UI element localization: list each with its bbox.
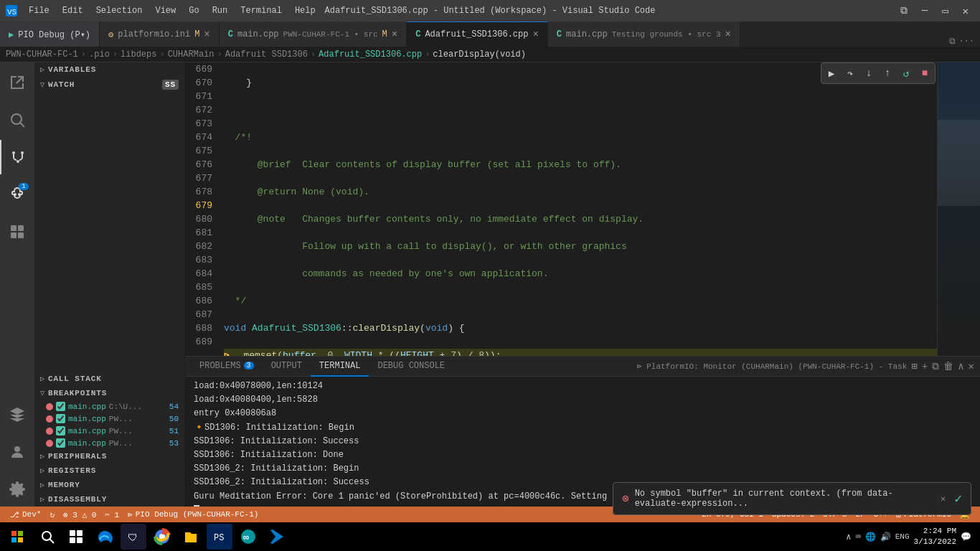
registers-header[interactable]: ▷ REGISTERS — [34, 463, 184, 478]
tab-more-icon[interactable]: ··· — [958, 37, 974, 47]
terminal-split-icon[interactable]: ⧉ — [932, 361, 939, 372]
debug-step-out-btn[interactable]: ↑ — [879, 65, 896, 82]
menu-go[interactable]: Go — [183, 4, 204, 17]
start-button[interactable] — [3, 522, 32, 551]
menu-terminal[interactable]: Terminal — [235, 4, 288, 17]
window-layouts-icon[interactable]: ⧉ — [895, 4, 913, 19]
taskbar-arduino-icon[interactable]: ∞ — [235, 524, 261, 550]
tray-up-icon[interactable]: ∧ — [846, 532, 851, 542]
breadcrumb-item-3[interactable]: libdeps — [121, 50, 156, 60]
terminal-trash-icon[interactable]: 🗑 — [943, 361, 953, 372]
tab-main-test[interactable]: C main.cpp Testing grounds • src 3 × — [548, 22, 740, 47]
debug-stop-btn[interactable]: ■ — [916, 65, 933, 82]
activity-search-icon[interactable] — [0, 103, 34, 137]
debug-step-into-btn[interactable]: ↓ — [860, 65, 877, 82]
taskbar-antivirus-icon[interactable]: 🛡 — [121, 524, 146, 550]
breakpoint-path-1: C:\U... — [109, 402, 142, 411]
panel-tab-debug-console[interactable]: DEBUG CONSOLE — [369, 357, 453, 377]
activity-extensions-icon[interactable] — [0, 215, 34, 249]
breakpoint-check-3[interactable] — [56, 426, 65, 435]
tab-split-icon[interactable]: ⧉ — [949, 37, 956, 47]
breadcrumb-item-2[interactable]: .pio — [89, 50, 110, 60]
breakpoint-check-2[interactable] — [56, 414, 65, 423]
tab-platformio[interactable]: ⚙ platformio.ini M × — [100, 22, 220, 47]
tab-platformio-close-icon[interactable]: × — [204, 29, 209, 40]
status-errors[interactable]: ⊗ 3 △ 0 — [59, 507, 100, 522]
breakpoint-row-3[interactable]: main.cpp PW... 51 — [34, 425, 184, 437]
terminal-chevron-icon[interactable]: ∧ — [958, 360, 963, 372]
status-git[interactable]: ✂ 1 — [100, 507, 123, 522]
disassembly-header[interactable]: ▷ DISASSEMBLY — [34, 492, 184, 507]
breadcrumb-item-6[interactable]: Adafruit_SSD1306.cpp — [319, 50, 422, 60]
breakpoint-row-2[interactable]: main.cpp PW... 50 — [34, 413, 184, 425]
debug-step-over-btn[interactable]: ↷ — [842, 65, 859, 82]
activity-explorer-icon[interactable] — [0, 65, 34, 100]
breadcrumb-item-4[interactable]: CUHARMain — [168, 50, 215, 60]
status-branch[interactable]: ⎇ Dev* — [6, 507, 45, 522]
tray-notification-icon[interactable]: 💬 — [961, 532, 971, 542]
window-minimize-button[interactable]: ─ — [916, 4, 933, 19]
window-maximize-button[interactable]: ▭ — [936, 4, 953, 19]
debug-continue-btn[interactable]: ▶ — [823, 65, 840, 82]
tray-volume-icon[interactable]: 🔊 — [880, 532, 891, 542]
breadcrumb-item-7[interactable]: clearDisplay(void) — [433, 50, 526, 60]
taskbar-files-icon[interactable] — [178, 524, 204, 550]
menu-view[interactable]: View — [149, 4, 182, 17]
taskbar-chrome-icon[interactable] — [149, 524, 175, 550]
breakpoint-check-1[interactable] — [56, 402, 65, 411]
menu-help[interactable]: Help — [289, 4, 321, 17]
terminal-shell-icon[interactable]: ⊞ — [911, 360, 917, 372]
tab-debug[interactable]: ▶ PIO Debug (P▾) — [0, 22, 100, 47]
terminal-add-icon[interactable]: + — [922, 361, 928, 372]
tab-main-test-close-icon[interactable]: × — [725, 29, 730, 40]
status-debug[interactable]: ⊳ PIO Debug (PWN-CUHAR-FC-1) — [123, 507, 263, 522]
panel-tab-terminal[interactable]: TERMINAL — [311, 357, 369, 377]
watch-header[interactable]: ▽ WATCH SS — [34, 77, 184, 93]
debug-restart-btn[interactable]: ↺ — [897, 65, 915, 82]
breakpoint-row-4[interactable]: main.cpp PW... 53 — [34, 437, 184, 449]
taskbar-terminal-icon[interactable]: PS — [207, 524, 232, 550]
memory-header[interactable]: ▷ MEMORY — [34, 478, 184, 492]
tab-adafruit[interactable]: C Adafruit_SSD1306.cpp × — [407, 22, 548, 47]
tray-keyboard-icon[interactable]: ⌨ — [856, 532, 861, 542]
taskbar-search-icon[interactable] — [34, 524, 60, 550]
activity-scm-icon[interactable] — [0, 140, 34, 174]
tab-main-pwn-close-icon[interactable]: × — [392, 29, 397, 40]
variables-header[interactable]: ▷ VARIABLES — [34, 62, 184, 77]
tab-adafruit-close-icon[interactable]: × — [532, 29, 538, 40]
activity-account-icon[interactable] — [0, 435, 34, 469]
activity-platformio-icon[interactable] — [0, 397, 34, 432]
code-editor[interactable]: 669 670 671 672 673 674 675 676 677 678 … — [185, 62, 980, 356]
variables-arrow-icon: ▷ — [40, 65, 45, 74]
taskbar-edge-icon[interactable] — [92, 524, 118, 550]
variables-label: VARIABLES — [48, 65, 96, 74]
menu-file[interactable]: File — [23, 4, 55, 17]
menu-run[interactable]: Run — [207, 4, 234, 17]
tab-main-pwn[interactable]: C main.cpp PWN-CUHAR-FC-1 • src M × — [220, 22, 407, 47]
peripherals-header[interactable]: ▷ PERIPHERALS — [34, 449, 184, 463]
taskbar-clock[interactable]: 2:24 PM 3/13/2022 — [914, 526, 956, 548]
panel-tab-problems[interactable]: PROBLEMS 3 — [191, 357, 263, 377]
window-close-button[interactable]: ✕ — [957, 4, 974, 19]
breadcrumb-item-1[interactable]: PWN-CUHAR-FC-1 — [6, 50, 78, 60]
menu-edit[interactable]: Edit — [57, 4, 89, 17]
activity-settings-icon[interactable] — [0, 472, 34, 507]
breakpoint-row-1[interactable]: main.cpp C:\U... 54 — [34, 400, 184, 413]
tray-network-icon[interactable]: 🌐 — [865, 532, 876, 542]
status-sync[interactable]: ↻ — [45, 507, 59, 522]
breakpoint-check-4[interactable] — [56, 438, 65, 448]
taskbar-vscode2-icon[interactable] — [264, 524, 290, 550]
notification-checkmark-icon[interactable]: ✓ — [954, 491, 962, 507]
activity-debug-icon[interactable]: 1 — [0, 177, 34, 212]
breadcrumb-item-5[interactable]: Adafruit SSD1306 — [225, 50, 308, 60]
terminal-close-icon[interactable]: ✕ — [969, 360, 974, 372]
taskbar-taskview-icon[interactable] — [63, 524, 89, 550]
panel-tab-output[interactable]: OUTPUT — [263, 357, 311, 377]
notification-close-button[interactable]: ✕ — [941, 494, 946, 504]
breakpoints-header[interactable]: ▽ BREAKPOINTS — [34, 386, 184, 400]
tray-locale[interactable]: ENG — [895, 532, 910, 541]
callstack-header[interactable]: ▷ CALL STACK — [34, 372, 184, 386]
code-line-676: commands as needed by one's own applicat… — [224, 267, 937, 281]
minimap-slider[interactable] — [938, 120, 980, 206]
menu-selection[interactable]: Selection — [90, 4, 149, 17]
